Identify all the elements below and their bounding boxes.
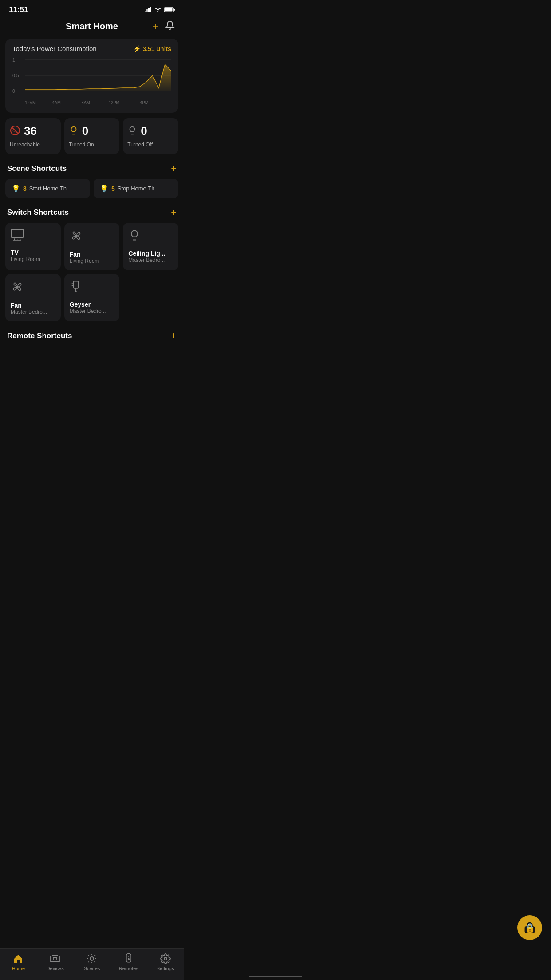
switch-shortcuts-header: Switch Shortcuts + <box>0 205 184 223</box>
scene-item-1[interactable]: 💡 5 Stop Home Th... <box>94 179 178 198</box>
unreachable-label: Unreachable <box>10 142 40 148</box>
svg-text:0.5: 0.5 <box>12 73 19 78</box>
switch-shortcuts-add[interactable]: + <box>171 207 177 218</box>
scene-label-1: Stop Home Th... <box>118 185 159 192</box>
svg-text:0: 0 <box>12 88 15 94</box>
bulb-off-icon <box>127 126 137 137</box>
tv-icon <box>11 229 55 244</box>
header-actions: + <box>153 20 175 33</box>
svg-text:4PM: 4PM <box>140 100 148 105</box>
header-title: Smart Home <box>66 21 118 32</box>
fan-icon-living <box>70 229 114 245</box>
svg-marker-25 <box>17 239 18 240</box>
switch-ceiling-name: Ceiling Lig... <box>128 250 173 257</box>
battery-icon <box>164 7 175 12</box>
geyser-icon <box>70 280 114 296</box>
switch-fan-master-room: Master Bedro... <box>11 309 55 315</box>
switch-fan-living-room: Living Room <box>70 258 114 264</box>
svg-point-26 <box>75 235 77 237</box>
remote-shortcuts-add[interactable]: + <box>171 330 177 342</box>
power-card-header: Today's Power Consumption ⚡ 3.51 units <box>12 45 171 52</box>
switch-grid-row2: Fan Master Bedro... Geyser Master Bedro.… <box>5 274 178 321</box>
switch-geyser-name: Geyser <box>70 301 114 308</box>
scene-shortcuts-add[interactable]: + <box>171 163 177 174</box>
fan-icon-master <box>11 280 55 296</box>
power-units: ⚡ 3.51 units <box>133 45 171 52</box>
scene-label-0: Start Home Th... <box>29 185 71 192</box>
power-value: 3.51 units <box>142 45 171 52</box>
turned-off-label: Turned Off <box>127 142 153 148</box>
svg-rect-5 <box>174 9 175 11</box>
svg-rect-1 <box>146 9 148 12</box>
svg-rect-0 <box>145 11 146 12</box>
unreachable-count: 36 <box>24 124 37 138</box>
scene-bulb-icon-1: 💡 <box>100 184 109 193</box>
remote-shortcuts-header: Remote Shortcuts + <box>0 328 184 346</box>
switch-geyser[interactable]: Geyser Master Bedro... <box>64 274 120 321</box>
svg-marker-18 <box>25 64 171 91</box>
switch-ceiling-room: Master Bedro... <box>128 257 173 263</box>
status-time: 11:51 <box>9 5 28 14</box>
power-card: Today's Power Consumption ⚡ 3.51 units 1… <box>5 39 178 113</box>
switch-empty-slot <box>123 274 178 321</box>
svg-point-27 <box>16 286 19 288</box>
switch-grid-row1: TV Living Room Fan Living Room <box>5 223 178 270</box>
switch-tv-room: Living Room <box>11 256 55 262</box>
switch-fan-living[interactable]: Fan Living Room <box>64 223 120 270</box>
switch-ceiling-light[interactable]: Ceiling Lig... Master Bedro... <box>123 223 178 270</box>
svg-point-30 <box>75 291 77 292</box>
wifi-off-icon <box>10 125 20 138</box>
switch-fan-master[interactable]: Fan Master Bedro... <box>5 274 61 321</box>
scene-count-1: 5 <box>111 185 115 192</box>
bulb-on-icon <box>69 126 79 137</box>
svg-text:1: 1 <box>12 58 15 63</box>
turned-off-count: 0 <box>141 124 147 138</box>
scene-shortcuts-title: Scene Shortcuts <box>7 164 67 173</box>
switch-fan-living-name: Fan <box>70 251 114 258</box>
power-title: Today's Power Consumption <box>12 45 97 52</box>
stat-unreachable[interactable]: 36 Unreachable <box>5 118 61 154</box>
stats-row: 36 Unreachable 0 Turned On <box>5 118 178 154</box>
switch-geyser-room: Master Bedro... <box>70 308 114 314</box>
add-button[interactable]: + <box>153 20 159 33</box>
switch-shortcuts-title: Switch Shortcuts <box>7 208 69 217</box>
scene-shortcuts-list: 💡 8 Start Home Th... 💡 5 Stop Home Th... <box>5 179 178 198</box>
status-bar: 11:51 <box>0 0 184 18</box>
svg-rect-3 <box>150 7 151 12</box>
app-header: Smart Home + <box>0 18 184 39</box>
turned-on-count: 0 <box>82 124 88 138</box>
power-chart: 1 0.5 0 12AM 4AM 8AM 12PM 4PM <box>12 58 171 107</box>
signal-icon <box>145 7 152 12</box>
svg-rect-28 <box>73 281 79 288</box>
turned-on-label: Turned On <box>69 142 94 148</box>
svg-rect-21 <box>11 229 24 237</box>
svg-text:4AM: 4AM <box>52 100 61 105</box>
svg-rect-6 <box>165 8 173 12</box>
wifi-icon <box>154 7 161 12</box>
switch-fan-master-name: Fan <box>11 302 55 309</box>
scene-shortcuts-header: Scene Shortcuts + <box>0 161 184 179</box>
scene-bulb-icon-0: 💡 <box>12 184 20 193</box>
scene-count-0: 8 <box>23 185 27 192</box>
bolt-icon: ⚡ <box>133 45 141 52</box>
stat-turned-off[interactable]: 0 Turned Off <box>123 118 178 154</box>
status-icons <box>145 7 175 12</box>
stat-turned-on[interactable]: 0 Turned On <box>64 118 120 154</box>
remote-shortcuts-title: Remote Shortcuts <box>7 332 72 340</box>
ceiling-light-icon <box>128 229 173 245</box>
switch-tv-name: TV <box>11 249 55 256</box>
notifications-button[interactable] <box>165 20 175 32</box>
switch-tv[interactable]: TV Living Room <box>5 223 61 270</box>
svg-text:8AM: 8AM <box>81 100 90 105</box>
scene-item-0[interactable]: 💡 8 Start Home Th... <box>5 179 90 198</box>
svg-text:12PM: 12PM <box>109 100 120 105</box>
svg-rect-2 <box>148 8 150 12</box>
svg-text:12AM: 12AM <box>25 100 36 105</box>
